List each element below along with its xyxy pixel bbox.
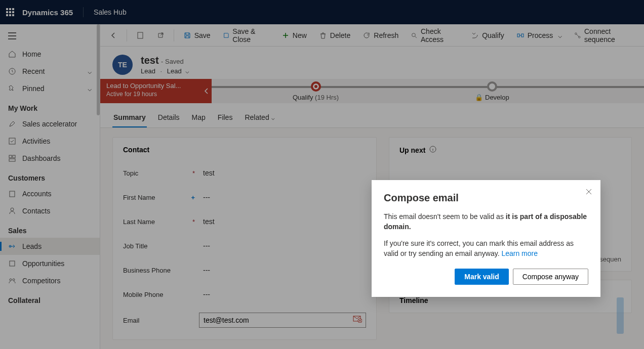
mark-valid-button[interactable]: Mark valid (455, 269, 508, 285)
compose-anyway-button[interactable]: Compose anyway (513, 269, 588, 285)
dialog-message-1: This email doesn't seem to be valid as i… (384, 212, 588, 232)
close-button[interactable] (585, 188, 592, 197)
compose-email-dialog: Compose email This email doesn't seem to… (372, 180, 600, 297)
dialog-message-2: If you're sure it's correct, you can mar… (384, 239, 588, 258)
learn-more-link[interactable]: Learn more (501, 249, 538, 257)
dialog-title: Compose email (384, 192, 588, 204)
